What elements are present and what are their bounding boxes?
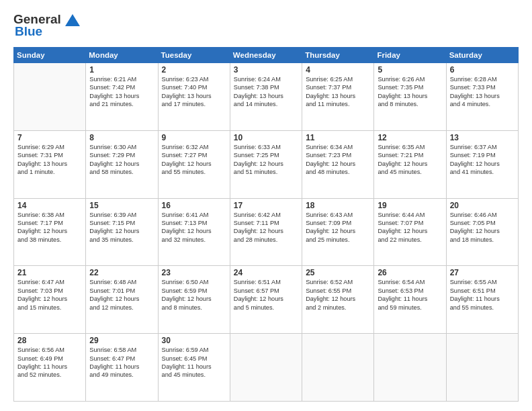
day-number: 21 [17, 268, 82, 277]
weekday-header-friday: Friday [374, 48, 446, 63]
calendar-cell: 26Sunrise: 6:54 AM Sunset: 6:53 PM Dayli… [374, 266, 446, 334]
day-info: Sunrise: 6:43 AM Sunset: 7:09 PM Dayligh… [306, 211, 370, 244]
day-number: 14 [17, 201, 82, 210]
calendar-cell: 20Sunrise: 6:46 AM Sunset: 7:05 PM Dayli… [446, 198, 518, 266]
day-number: 27 [450, 268, 515, 277]
calendar-cell: 30Sunrise: 6:59 AM Sunset: 6:45 PM Dayli… [158, 334, 230, 402]
calendar-cell: 7Sunrise: 6:29 AM Sunset: 7:31 PM Daylig… [14, 130, 86, 198]
calendar-cell: 12Sunrise: 6:35 AM Sunset: 7:21 PM Dayli… [374, 130, 446, 198]
weekday-header-monday: Monday [86, 48, 158, 63]
day-info: Sunrise: 6:55 AM Sunset: 6:51 PM Dayligh… [450, 278, 515, 312]
day-info: Sunrise: 6:54 AM Sunset: 6:53 PM Dayligh… [378, 278, 442, 312]
calendar-cell [302, 334, 374, 402]
calendar-cell: 15Sunrise: 6:39 AM Sunset: 7:15 PM Dayli… [86, 198, 158, 266]
calendar-cell: 16Sunrise: 6:41 AM Sunset: 7:13 PM Dayli… [158, 198, 230, 266]
logo: General Blue [13, 12, 80, 39]
calendar-cell: 23Sunrise: 6:50 AM Sunset: 6:59 PM Dayli… [158, 266, 230, 334]
day-info: Sunrise: 6:37 AM Sunset: 7:19 PM Dayligh… [450, 143, 515, 177]
calendar-cell: 4Sunrise: 6:25 AM Sunset: 7:37 PM Daylig… [302, 63, 374, 131]
day-number: 5 [378, 65, 442, 75]
day-info: Sunrise: 6:30 AM Sunset: 7:29 PM Dayligh… [89, 143, 154, 177]
day-number: 1 [89, 65, 154, 75]
calendar-cell [446, 334, 518, 402]
day-number: 11 [306, 133, 370, 142]
day-number: 3 [234, 65, 298, 75]
calendar-cell [14, 63, 86, 131]
calendar-cell: 14Sunrise: 6:38 AM Sunset: 7:17 PM Dayli… [14, 198, 86, 266]
day-info: Sunrise: 6:32 AM Sunset: 7:27 PM Dayligh… [162, 143, 226, 177]
weekday-header-wednesday: Wednesday [230, 48, 302, 63]
calendar-cell: 6Sunrise: 6:28 AM Sunset: 7:33 PM Daylig… [446, 63, 518, 131]
day-number: 20 [450, 201, 515, 210]
day-info: Sunrise: 6:33 AM Sunset: 7:25 PM Dayligh… [234, 143, 298, 177]
day-number: 8 [89, 133, 154, 142]
day-number: 24 [234, 268, 298, 277]
week-row-2: 7Sunrise: 6:29 AM Sunset: 7:31 PM Daylig… [14, 130, 519, 198]
calendar-cell: 8Sunrise: 6:30 AM Sunset: 7:29 PM Daylig… [86, 130, 158, 198]
day-number: 29 [89, 336, 154, 345]
day-number: 19 [378, 201, 442, 210]
calendar-cell: 25Sunrise: 6:52 AM Sunset: 6:55 PM Dayli… [302, 266, 374, 334]
calendar-cell: 9Sunrise: 6:32 AM Sunset: 7:27 PM Daylig… [158, 130, 230, 198]
calendar-cell: 13Sunrise: 6:37 AM Sunset: 7:19 PM Dayli… [446, 130, 518, 198]
calendar-cell: 21Sunrise: 6:47 AM Sunset: 7:03 PM Dayli… [14, 266, 86, 334]
day-info: Sunrise: 6:58 AM Sunset: 6:47 PM Dayligh… [89, 346, 154, 379]
calendar-cell: 2Sunrise: 6:23 AM Sunset: 7:40 PM Daylig… [158, 63, 230, 131]
day-number: 9 [162, 133, 226, 142]
day-info: Sunrise: 6:44 AM Sunset: 7:07 PM Dayligh… [378, 211, 442, 244]
calendar-cell [230, 334, 302, 402]
week-row-1: 1Sunrise: 6:21 AM Sunset: 7:42 PM Daylig… [14, 63, 519, 131]
day-number: 7 [17, 133, 82, 142]
calendar-cell: 3Sunrise: 6:24 AM Sunset: 7:38 PM Daylig… [230, 63, 302, 131]
calendar-cell: 18Sunrise: 6:43 AM Sunset: 7:09 PM Dayli… [302, 198, 374, 266]
calendar-cell: 28Sunrise: 6:56 AM Sunset: 6:49 PM Dayli… [14, 334, 86, 402]
day-info: Sunrise: 6:34 AM Sunset: 7:23 PM Dayligh… [306, 143, 370, 177]
calendar-cell: 5Sunrise: 6:26 AM Sunset: 7:35 PM Daylig… [374, 63, 446, 131]
day-info: Sunrise: 6:23 AM Sunset: 7:40 PM Dayligh… [162, 75, 226, 109]
day-number: 26 [378, 268, 442, 277]
day-info: Sunrise: 6:52 AM Sunset: 6:55 PM Dayligh… [306, 278, 370, 312]
day-info: Sunrise: 6:35 AM Sunset: 7:21 PM Dayligh… [378, 143, 442, 177]
day-info: Sunrise: 6:46 AM Sunset: 7:05 PM Dayligh… [450, 211, 515, 244]
day-info: Sunrise: 6:38 AM Sunset: 7:17 PM Dayligh… [17, 211, 82, 244]
calendar-table: SundayMondayTuesdayWednesdayThursdayFrid… [13, 47, 519, 402]
calendar-cell [374, 334, 446, 402]
day-info: Sunrise: 6:39 AM Sunset: 7:15 PM Dayligh… [89, 211, 154, 244]
week-row-5: 28Sunrise: 6:56 AM Sunset: 6:49 PM Dayli… [14, 334, 519, 402]
day-number: 2 [162, 65, 226, 75]
day-number: 16 [162, 201, 226, 210]
weekday-header-saturday: Saturday [446, 48, 518, 63]
day-info: Sunrise: 6:28 AM Sunset: 7:33 PM Dayligh… [450, 75, 515, 109]
day-info: Sunrise: 6:24 AM Sunset: 7:38 PM Dayligh… [234, 75, 298, 109]
calendar-cell: 29Sunrise: 6:58 AM Sunset: 6:47 PM Dayli… [86, 334, 158, 402]
day-info: Sunrise: 6:56 AM Sunset: 6:49 PM Dayligh… [17, 346, 82, 379]
day-info: Sunrise: 6:51 AM Sunset: 6:57 PM Dayligh… [234, 278, 298, 312]
day-number: 30 [162, 336, 226, 345]
day-number: 23 [162, 268, 226, 277]
day-info: Sunrise: 6:29 AM Sunset: 7:31 PM Dayligh… [17, 143, 82, 177]
week-row-4: 21Sunrise: 6:47 AM Sunset: 7:03 PM Dayli… [14, 266, 519, 334]
calendar-cell: 22Sunrise: 6:48 AM Sunset: 7:01 PM Dayli… [86, 266, 158, 334]
day-number: 25 [306, 268, 370, 277]
day-number: 28 [17, 336, 82, 345]
day-info: Sunrise: 6:42 AM Sunset: 7:11 PM Dayligh… [234, 211, 298, 244]
day-info: Sunrise: 6:59 AM Sunset: 6:45 PM Dayligh… [162, 346, 226, 379]
day-info: Sunrise: 6:25 AM Sunset: 7:37 PM Dayligh… [306, 75, 370, 109]
calendar-cell: 24Sunrise: 6:51 AM Sunset: 6:57 PM Dayli… [230, 266, 302, 334]
weekday-header-row: SundayMondayTuesdayWednesdayThursdayFrid… [14, 48, 519, 63]
day-info: Sunrise: 6:47 AM Sunset: 7:03 PM Dayligh… [17, 278, 82, 312]
day-number: 18 [306, 201, 370, 210]
calendar-cell: 19Sunrise: 6:44 AM Sunset: 7:07 PM Dayli… [374, 198, 446, 266]
calendar-cell: 11Sunrise: 6:34 AM Sunset: 7:23 PM Dayli… [302, 130, 374, 198]
weekday-header-tuesday: Tuesday [158, 48, 230, 63]
day-number: 22 [89, 268, 154, 277]
calendar-cell: 10Sunrise: 6:33 AM Sunset: 7:25 PM Dayli… [230, 130, 302, 198]
day-number: 17 [234, 201, 298, 210]
day-number: 13 [450, 133, 515, 142]
weekday-header-thursday: Thursday [302, 48, 374, 63]
page: General Blue SundayMondayTuesdayWednesda… [0, 0, 532, 411]
week-row-3: 14Sunrise: 6:38 AM Sunset: 7:17 PM Dayli… [14, 198, 519, 266]
day-number: 10 [234, 133, 298, 142]
svg-marker-0 [65, 14, 80, 26]
day-info: Sunrise: 6:41 AM Sunset: 7:13 PM Dayligh… [162, 211, 226, 244]
